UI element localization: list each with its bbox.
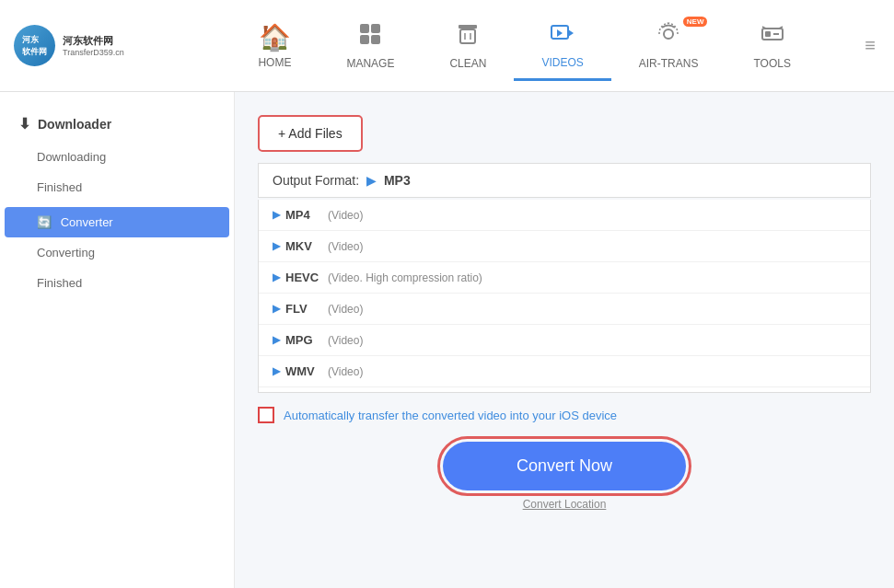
format-desc: (Video) — [328, 303, 363, 316]
convert-now-button[interactable]: Convert Now — [443, 442, 686, 490]
current-format: MP3 — [384, 173, 411, 188]
convert-location-link[interactable]: Convert Location — [523, 498, 607, 511]
convert-section: Convert Now Convert Location — [258, 442, 871, 511]
nav-videos[interactable]: VIDEOS — [514, 11, 610, 81]
svg-point-11 — [664, 29, 673, 39]
convert-now-label: Convert Now — [517, 456, 612, 475]
format-name: ▶ MP4 — [273, 208, 328, 222]
svg-rect-3 — [371, 35, 380, 44]
sidebar-item-finished2[interactable]: Finished — [0, 268, 234, 298]
format-desc: (Video) — [328, 209, 363, 222]
sidebar-header-downloader[interactable]: ⬇ Downloader — [0, 106, 234, 142]
nav-air-trans-label: AIR-TRANS — [639, 57, 699, 70]
format-item[interactable]: ▶ MKV (Video) — [259, 231, 870, 262]
format-name: ▶ HEVC — [273, 271, 328, 284]
air-trans-icon — [656, 21, 681, 53]
logo-site: 河东软件网 — [63, 34, 124, 48]
format-desc: (Video) — [328, 240, 363, 253]
sidebar-item-finished1[interactable]: Finished — [0, 172, 234, 202]
converter-section: 🔄 Converter Converting Finished — [0, 207, 234, 298]
logo-url: TransferD359.cn — [63, 48, 124, 57]
download-icon: ⬇ — [18, 115, 30, 133]
add-files-label: + Add Files — [278, 126, 343, 141]
auto-transfer-checkbox[interactable] — [258, 407, 274, 423]
svg-rect-4 — [459, 25, 477, 29]
downloader-label: Downloader — [38, 117, 111, 132]
converting-label: Converting — [37, 246, 95, 259]
sidebar-item-downloading[interactable]: Downloading — [0, 142, 234, 172]
sidebar: ⬇ Downloader Downloading Finished 🔄 Conv… — [0, 92, 235, 588]
sidebar-item-converting[interactable]: Converting — [0, 237, 234, 268]
add-files-button[interactable]: + Add Files — [258, 115, 363, 152]
nav-clean-label: CLEAN — [449, 57, 486, 70]
format-name: ▶ FLV — [273, 302, 328, 316]
svg-marker-9 — [568, 29, 574, 37]
format-name: ▶ WMV — [273, 364, 328, 378]
format-play-icon: ▶ — [273, 240, 280, 252]
nav-home-label: HOME — [258, 56, 291, 69]
manage-icon — [357, 21, 383, 53]
format-item[interactable]: ▶ WMV (Video) — [259, 356, 870, 387]
nav-manage-label: MANAGE — [346, 57, 394, 70]
svg-rect-1 — [371, 24, 380, 33]
svg-rect-2 — [360, 35, 369, 44]
format-play-icon: ▶ — [273, 303, 280, 315]
nav-videos-label: VIDEOS — [541, 56, 583, 69]
clean-icon — [455, 21, 481, 53]
format-list: ▶ MP4 (Video) ▶ MKV (Video) ▶ HEVC (Vide… — [258, 200, 871, 393]
converter-icon: 🔄 — [37, 215, 52, 229]
auto-transfer-label: Automatically transfer the converted vid… — [284, 409, 617, 422]
logo-text: 河东软件网 TransferD359.cn — [63, 34, 124, 57]
finished1-label: Finished — [37, 180, 82, 194]
finished2-label: Finished — [37, 276, 82, 290]
format-item[interactable]: ▶ AVI (Video) — [259, 387, 870, 393]
nav-clean[interactable]: CLEAN — [422, 12, 514, 79]
svg-marker-10 — [557, 29, 563, 37]
new-badge: NEW — [683, 17, 708, 27]
svg-rect-0 — [360, 24, 369, 33]
nav-manage[interactable]: MANAGE — [319, 12, 422, 79]
format-item[interactable]: ▶ MPG (Video) — [259, 325, 870, 356]
tools-icon — [760, 21, 785, 53]
format-icon: ▶ — [366, 173, 377, 188]
nav-home[interactable]: 🏠 HOME — [230, 13, 319, 78]
format-play-icon: ▶ — [273, 334, 280, 346]
logo-icon: 河东软件网 — [14, 25, 55, 66]
videos-icon — [550, 20, 575, 52]
format-item[interactable]: ▶ FLV (Video) — [259, 294, 870, 325]
format-item[interactable]: ▶ HEVC (Video. High compression ratio) — [259, 262, 870, 294]
output-format-bar[interactable]: Output Format: ▶ MP3 — [258, 163, 871, 198]
nav-tools-label: TOOLS — [753, 57, 790, 70]
format-desc: (Video) — [328, 334, 363, 347]
format-name: ▶ MKV — [273, 239, 328, 253]
home-icon: 🏠 — [259, 22, 291, 52]
format-desc: (Video. High compression ratio) — [328, 271, 482, 284]
format-play-icon: ▶ — [273, 209, 280, 221]
menu-icon[interactable]: ≡ — [865, 35, 894, 56]
nav-bar: 🏠 HOME MANAGE — [184, 11, 865, 81]
auto-transfer-row: Automatically transfer the converted vid… — [258, 407, 871, 423]
downloading-label: Downloading — [37, 150, 106, 164]
nav-tools[interactable]: TOOLS — [726, 12, 818, 79]
logo-area: 河东软件网 河东软件网 TransferD359.cn — [0, 25, 184, 66]
format-play-icon: ▶ — [273, 365, 280, 377]
format-item[interactable]: ▶ MP4 (Video) — [259, 200, 870, 231]
downloader-section: ⬇ Downloader Downloading Finished — [0, 106, 234, 202]
sidebar-item-converter[interactable]: 🔄 Converter — [5, 207, 229, 237]
svg-rect-13 — [765, 31, 771, 37]
format-desc: (Video) — [328, 365, 363, 378]
main-layout: ⬇ Downloader Downloading Finished 🔄 Conv… — [0, 92, 894, 588]
content-area: + Add Files Output Format: ▶ MP3 ▶ MP4 (… — [235, 92, 894, 588]
output-format-text: Output Format: ▶ MP3 — [273, 173, 411, 188]
header: 河东软件网 河东软件网 TransferD359.cn 🏠 HOME MANAG… — [0, 0, 894, 92]
format-play-icon: ▶ — [273, 271, 280, 283]
nav-air-trans[interactable]: NEW AIR-TRANS — [611, 12, 726, 79]
converter-label: Converter — [61, 215, 113, 229]
svg-rect-5 — [460, 29, 475, 43]
format-name: ▶ MPG — [273, 333, 328, 347]
